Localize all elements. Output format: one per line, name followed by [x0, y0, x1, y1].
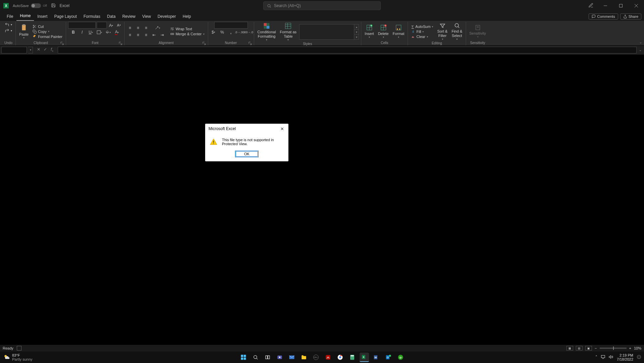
format-painter-button[interactable]: Format Painter — [31, 34, 64, 39]
tab-view[interactable]: View — [139, 13, 154, 21]
page-break-view-button[interactable]: ▣ — [585, 346, 592, 351]
align-middle-button[interactable]: ≡ — [135, 25, 141, 31]
clear-button[interactable]: Clear — [410, 34, 434, 39]
align-bottom-button[interactable]: ≡ — [143, 25, 149, 31]
orientation-button[interactable] — [154, 25, 161, 31]
decrease-indent-button[interactable]: ⇤ — [151, 32, 157, 38]
cell-styles-gallery[interactable] — [299, 24, 354, 40]
worksheet-area[interactable] — [0, 54, 644, 352]
macro-record-icon[interactable] — [17, 346, 21, 351]
font-size-combo[interactable] — [97, 22, 107, 29]
taskbar-search-button[interactable] — [251, 353, 260, 362]
bold-button[interactable]: B — [70, 29, 77, 36]
save-icon[interactable] — [51, 3, 56, 9]
editing-mode-icon[interactable] — [588, 3, 594, 9]
share-button[interactable]: Share — [620, 13, 641, 19]
underline-button[interactable]: U — [87, 29, 94, 36]
expand-formula-bar-button[interactable]: ⌄ — [638, 48, 643, 52]
taskbar-app-dell[interactable]: DELL — [311, 353, 321, 362]
taskbar-app-excel[interactable]: X — [360, 353, 369, 362]
delete-cells-button[interactable]: Delete — [377, 24, 390, 40]
fill-button[interactable]: Fill — [410, 29, 434, 34]
comments-button[interactable]: Comments — [589, 13, 618, 19]
gallery-scroll[interactable]: ▴▾▾ — [354, 24, 359, 40]
borders-button[interactable] — [96, 29, 103, 36]
comma-button[interactable]: , — [228, 29, 234, 36]
align-top-button[interactable]: ≡ — [127, 25, 133, 31]
tab-page-layout[interactable]: Page Layout — [51, 13, 80, 21]
autosave-switch-icon[interactable] — [31, 3, 41, 8]
tab-formulas[interactable]: Formulas — [80, 13, 104, 21]
increase-font-button[interactable]: A▴ — [108, 22, 114, 29]
zoom-level[interactable]: 10% — [634, 346, 641, 350]
search-box[interactable]: Search (Alt+Q) — [263, 1, 381, 10]
start-button[interactable] — [239, 353, 248, 362]
zoom-in-button[interactable]: + — [629, 346, 631, 350]
alignment-launcher-icon[interactable] — [202, 42, 206, 45]
taskbar-app-explorer[interactable] — [299, 353, 309, 362]
align-left-button[interactable]: ≡ — [127, 32, 133, 38]
enter-formula-button[interactable]: ✓ — [42, 47, 48, 52]
tray-volume-icon[interactable] — [609, 355, 613, 360]
name-box-dropdown[interactable]: ▾ — [28, 47, 33, 53]
format-as-table-button[interactable]: Format as Table — [279, 22, 298, 42]
tray-notifications-icon[interactable] — [637, 355, 641, 360]
insert-function-button[interactable]: fx — [49, 47, 55, 52]
taskbar-app-chrome[interactable] — [335, 353, 345, 362]
tab-data[interactable]: Data — [104, 13, 119, 21]
tray-overflow-button[interactable]: ˄ — [595, 355, 597, 360]
tab-insert[interactable]: Insert — [34, 13, 51, 21]
wrap-text-button[interactable]: Wrap Text — [169, 27, 206, 31]
taskbar-app-calculator[interactable] — [348, 353, 357, 362]
font-color-button[interactable]: A — [113, 29, 120, 36]
increase-decimal-button[interactable]: .0→.00 — [236, 29, 243, 36]
close-button[interactable] — [629, 0, 644, 11]
tray-network-icon[interactable] — [601, 355, 605, 360]
font-name-combo[interactable] — [68, 22, 96, 29]
tray-clock[interactable]: 2:19 PM 7/18/2022 — [617, 353, 633, 361]
tab-file[interactable]: File — [3, 13, 16, 21]
accounting-format-button[interactable]: $▾ — [210, 29, 217, 36]
taskbar-app-mail[interactable] — [287, 353, 296, 362]
tab-help[interactable]: Help — [179, 13, 194, 21]
merge-center-button[interactable]: Merge & Center — [169, 32, 206, 36]
task-view-button[interactable] — [263, 353, 272, 362]
copy-button[interactable]: Copy — [31, 29, 64, 34]
autosum-button[interactable]: ∑AutoSum — [410, 24, 434, 29]
format-cells-button[interactable]: Format — [391, 24, 406, 40]
taskbar-app-outlook[interactable]: O — [384, 353, 393, 362]
decrease-font-button[interactable]: A▾ — [116, 22, 122, 29]
autosave-toggle[interactable]: AutoSave Off — [13, 3, 47, 8]
collapse-ribbon-button[interactable]: ⌄ — [639, 40, 642, 44]
dialog-close-button[interactable]: ✕ — [279, 126, 285, 132]
zoom-out-button[interactable]: − — [595, 346, 597, 350]
align-center-button[interactable]: ≡ — [135, 32, 141, 38]
formula-input[interactable] — [58, 47, 637, 53]
taskbar-app-teams[interactable] — [275, 353, 284, 362]
increase-indent-button[interactable]: ⇥ — [159, 32, 166, 38]
maximize-button[interactable] — [613, 0, 629, 11]
taskbar-app-acrobat[interactable] — [323, 353, 333, 362]
number-format-combo[interactable] — [214, 22, 248, 29]
sort-filter-button[interactable]: Sort & Filter — [436, 22, 449, 41]
taskbar-app-quickbooks[interactable]: qb — [396, 353, 405, 362]
percent-button[interactable]: % — [219, 29, 226, 36]
cut-button[interactable]: Cut — [31, 24, 64, 29]
cancel-formula-button[interactable]: ✕ — [36, 47, 42, 52]
clipboard-launcher-icon[interactable] — [60, 42, 64, 45]
tab-review[interactable]: Review — [119, 13, 139, 21]
normal-view-button[interactable]: ▦ — [566, 346, 573, 351]
italic-button[interactable]: I — [79, 29, 85, 36]
minimize-button[interactable] — [598, 0, 613, 11]
align-right-button[interactable]: ≡ — [143, 32, 149, 38]
page-layout-view-button[interactable]: ▤ — [576, 346, 583, 351]
redo-button[interactable]: ▾ — [3, 28, 13, 33]
number-launcher-icon[interactable] — [248, 42, 252, 45]
zoom-slider[interactable] — [600, 348, 627, 349]
conditional-formatting-button[interactable]: Conditional Formatting — [256, 22, 277, 42]
fill-color-button[interactable] — [105, 29, 111, 36]
dialog-ok-button[interactable]: OK — [235, 151, 259, 157]
font-launcher-icon[interactable] — [119, 42, 122, 45]
taskbar-weather[interactable]: 83°F Partly sunny — [3, 353, 33, 361]
find-select-button[interactable]: Find & Select — [450, 22, 464, 41]
